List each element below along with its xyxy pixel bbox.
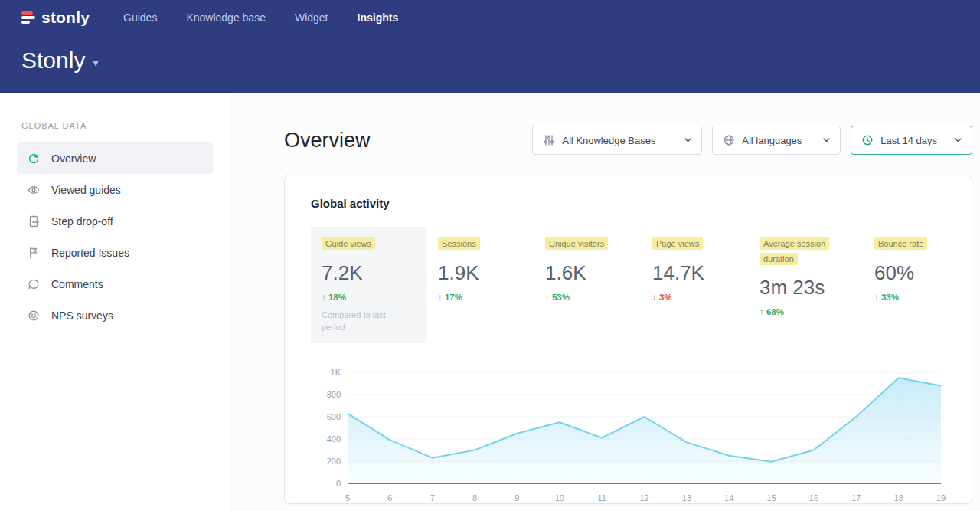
metric-delta: ↓ 3% xyxy=(652,293,738,302)
sidebar-item-label: NPS surveys xyxy=(51,310,113,322)
svg-text:18: 18 xyxy=(894,493,903,503)
trend-arrow-icon: ↑ xyxy=(438,293,443,302)
smiley-icon xyxy=(27,309,40,322)
svg-text:8: 8 xyxy=(472,493,477,503)
sidebar-item-reported-issues[interactable]: Reported Issues xyxy=(17,237,213,268)
metric-value: 3m 23s xyxy=(760,276,853,300)
sidebar-item-comments[interactable]: Comments xyxy=(17,268,213,300)
chevron-down-icon xyxy=(684,138,691,142)
sidebar-item-viewed-guides[interactable]: Viewed guides xyxy=(17,174,213,205)
metric-sessions[interactable]: Sessions 1.9K ↑ 17% xyxy=(427,227,534,343)
sidebar-section-label: GLOBAL DATA xyxy=(21,121,213,130)
svg-text:200: 200 xyxy=(327,457,341,466)
date-range-dropdown[interactable]: Last 14 days xyxy=(851,126,972,155)
svg-text:19: 19 xyxy=(936,493,946,503)
stonly-logo-text: stonly xyxy=(41,8,90,27)
svg-text:13: 13 xyxy=(682,493,691,503)
nav-item-insights[interactable]: Insights xyxy=(358,11,399,24)
svg-text:11: 11 xyxy=(597,493,606,503)
metric-label: Guide views xyxy=(322,237,375,250)
metrics-row: Guide views 7.2K ↑ 18% Compared to last … xyxy=(311,227,946,343)
eye-icon xyxy=(27,183,40,196)
trend-arrow-icon: ↑ xyxy=(322,293,326,302)
filter-label: Last 14 days xyxy=(880,135,937,146)
page-title: Overview xyxy=(284,129,371,152)
sidebar-item-label: Comments xyxy=(51,278,103,290)
svg-text:1K: 1K xyxy=(331,368,341,377)
sidebar-item-label: Reported Issues xyxy=(51,247,129,259)
nav-item-widget[interactable]: Widget xyxy=(295,11,328,24)
metric-value: 1.6K xyxy=(545,261,631,285)
metric-value: 60% xyxy=(874,261,935,285)
sidebar-item-step-drop-off[interactable]: Step drop-off xyxy=(17,205,213,237)
filter-label: All languages xyxy=(742,135,805,146)
svg-text:600: 600 xyxy=(327,412,341,421)
refresh-icon xyxy=(27,152,40,165)
svg-text:15: 15 xyxy=(766,493,776,503)
trend-arrow-icon: ↓ xyxy=(652,293,657,302)
trend-arrow-icon: ↑ xyxy=(874,293,879,302)
metric-delta: ↑ 18% xyxy=(322,293,416,302)
step-drop-off-icon xyxy=(27,215,40,228)
nav-item-knowledge-base[interactable]: Knowledge base xyxy=(186,11,266,24)
sidebar-item-overview[interactable]: Overview xyxy=(17,142,213,174)
metric-delta: ↑ 17% xyxy=(438,293,524,302)
metric-delta: ↑ 68% xyxy=(760,307,853,316)
metric-delta: ↑ 53% xyxy=(545,293,631,302)
stonly-logo[interactable]: stonly xyxy=(21,8,90,27)
workspace-name: Stonly xyxy=(21,47,85,74)
nav-item-guides[interactable]: Guides xyxy=(123,11,157,24)
chevron-down-icon: ▾ xyxy=(93,57,98,69)
svg-text:800: 800 xyxy=(327,390,341,399)
stonly-logo-icon xyxy=(21,11,35,24)
metric-label: Bounce rate xyxy=(874,237,927,250)
svg-text:16: 16 xyxy=(809,493,818,503)
metric-label: Sessions xyxy=(438,237,480,250)
svg-text:9: 9 xyxy=(514,493,519,503)
metric-guide-views[interactable]: Guide views 7.2K ↑ 18% Compared to last … xyxy=(311,227,427,343)
trend-arrow-icon: ↑ xyxy=(545,293,550,302)
metric-unique-visitors[interactable]: Unique visitors 1.6K ↑ 53% xyxy=(534,227,642,343)
sidebar: GLOBAL DATA Overview Viewed guides Step … xyxy=(0,93,230,511)
flag-icon xyxy=(27,246,40,259)
svg-text:0: 0 xyxy=(336,479,341,488)
svg-text:14: 14 xyxy=(724,493,733,503)
svg-text:7: 7 xyxy=(430,493,435,503)
global-activity-chart-wrap: 02004006008001K5678910111213141516171819 xyxy=(311,365,946,509)
clock-icon xyxy=(861,134,874,146)
chevron-down-icon xyxy=(823,138,830,142)
svg-text:12: 12 xyxy=(639,493,648,503)
metric-average-session-duration[interactable]: Average session duration 3m 23s ↑ 68% xyxy=(749,227,864,343)
language-filter-dropdown[interactable]: All languages xyxy=(712,126,841,155)
metric-bounce-rate[interactable]: Bounce rate 60% ↑ 33% xyxy=(864,227,946,343)
svg-text:10: 10 xyxy=(555,493,564,503)
globe-icon xyxy=(723,134,735,146)
workspace-selector[interactable]: Stonly ▾ xyxy=(0,35,980,74)
svg-text:6: 6 xyxy=(387,493,392,503)
global-activity-chart: 02004006008001K5678910111213141516171819 xyxy=(311,365,947,506)
metric-value: 7.2K xyxy=(322,261,416,285)
metric-delta: ↑ 33% xyxy=(874,293,935,302)
metric-note: Compared to last period xyxy=(322,309,398,334)
sidebar-item-label: Step drop-off xyxy=(51,215,113,228)
sidebar-item-nps-surveys[interactable]: NPS surveys xyxy=(17,300,213,331)
card-title: Global activity xyxy=(311,197,946,210)
filter-label: All Knowledge Bases xyxy=(562,135,667,146)
metric-page-views[interactable]: Page views 14.7K ↓ 3% xyxy=(642,227,749,343)
metric-label: Unique visitors xyxy=(545,237,608,250)
filter-bar: All Knowledge Bases All languages Last 1… xyxy=(532,126,972,155)
svg-text:17: 17 xyxy=(851,493,861,503)
top-navbar: stonly Guides Knowledge base Widget Insi… xyxy=(0,0,980,93)
main-content: Overview All Knowledge Bases All languag… xyxy=(230,93,980,511)
sidebar-item-label: Viewed guides xyxy=(51,184,121,196)
metric-value: 1.9K xyxy=(438,261,524,285)
sliders-icon xyxy=(543,134,555,146)
metric-value: 14.7K xyxy=(652,261,738,285)
metric-label: Average session duration xyxy=(760,237,829,265)
trend-arrow-icon: ↑ xyxy=(760,307,764,316)
knowledge-base-filter-dropdown[interactable]: All Knowledge Bases xyxy=(532,126,702,155)
chevron-down-icon xyxy=(955,138,962,142)
sidebar-item-label: Overview xyxy=(51,152,96,165)
comment-icon xyxy=(27,277,40,290)
svg-text:5: 5 xyxy=(345,493,350,503)
